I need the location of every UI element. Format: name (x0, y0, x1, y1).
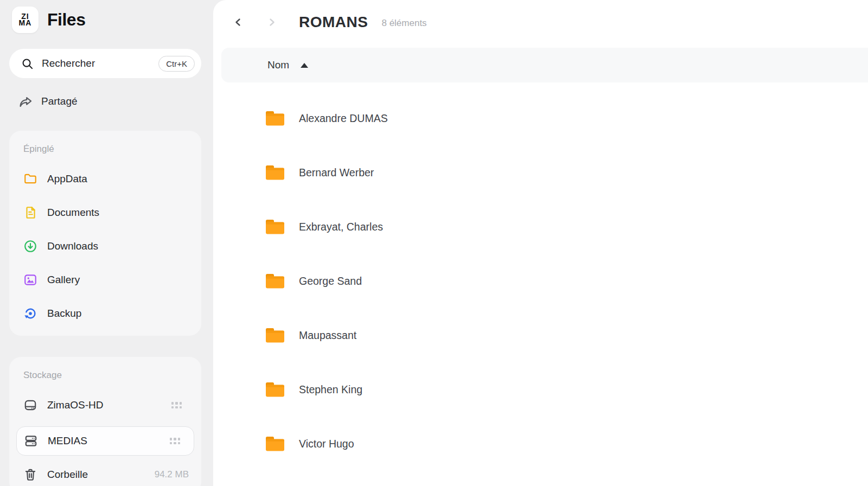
pinned-section: Épinglé AppData Documents (9, 131, 201, 336)
storage-item-label: MEDIAS (48, 435, 87, 447)
folder-name: Stephen King (299, 383, 362, 396)
folder-row[interactable]: Exbrayat, Charles (213, 200, 868, 254)
main-panel: ROMANS 8 éléments Nom Alexandre DUMAS (213, 0, 868, 486)
storage-item-trash[interactable]: Corbeille 94.2 MB (9, 459, 201, 486)
storage-item-label: Corbeille (47, 469, 88, 481)
sidebar-item-documents[interactable]: Documents (9, 196, 201, 229)
storage-item-label: ZimaOS-HD (47, 399, 103, 411)
app-title: Files (47, 10, 85, 30)
column-header-label: Nom (267, 59, 289, 71)
folder-name: Exbrayat, Charles (299, 221, 383, 233)
chevron-right-icon (267, 17, 277, 27)
chevron-left-icon (233, 17, 243, 27)
folder-icon (265, 218, 285, 235)
storage-section: Stockage ZimaOS-HD MEDIAS (9, 357, 201, 486)
folder-name: Bernard Werber (299, 167, 374, 179)
image-icon (23, 273, 37, 287)
column-header-name[interactable]: Nom (221, 48, 868, 82)
folder-row[interactable]: George Sand (213, 254, 868, 308)
drive-options-grid-icon[interactable] (171, 402, 182, 408)
folder-name: Alexandre DUMAS (299, 112, 388, 125)
download-circle-icon (23, 239, 37, 253)
search-placeholder: Rechercher (42, 57, 158, 69)
sidebar-item-gallery[interactable]: Gallery (9, 263, 201, 297)
pinned-section-label: Épinglé (9, 139, 201, 159)
folder-list: Alexandre DUMAS Bernard Werber Exbrayat,… (213, 91, 868, 471)
zimaos-files-app: { "app": { "logo_top": "ZI", "logo_botto… (0, 0, 868, 486)
restore-icon (23, 306, 37, 321)
pinned-list: AppData Documents Downloads (9, 162, 201, 330)
folder-row[interactable]: Alexandre DUMAS (213, 91, 868, 145)
trash-size-value: 94.2 MB (155, 469, 189, 480)
storage-section-label: Stockage (9, 366, 201, 385)
folder-icon (265, 164, 285, 181)
forward-button[interactable] (266, 17, 277, 28)
folder-row[interactable]: Victor Hugo (213, 417, 868, 471)
zima-logo[interactable]: ZI MA (12, 7, 39, 33)
page-title: ROMANS (299, 14, 368, 31)
folder-icon (265, 327, 285, 344)
sidebar: ZI MA Files Rechercher Ctr+K Partagé Épi… (0, 0, 213, 486)
document-icon (23, 206, 37, 220)
breadcrumb: ROMANS 8 éléments (233, 11, 427, 34)
drive-options-grid-icon[interactable] (170, 438, 181, 444)
hard-drive-icon (23, 398, 37, 412)
sort-ascending-icon (301, 63, 308, 68)
folder-name: Victor Hugo (299, 438, 354, 450)
storage-item-medias[interactable]: MEDIAS (16, 426, 194, 456)
sidebar-item-label: Partagé (41, 95, 78, 107)
folder-name: Maupassant (299, 329, 356, 342)
back-button[interactable] (233, 17, 244, 28)
sidebar-item-label: Backup (47, 308, 81, 319)
folder-name: George Sand (299, 275, 362, 287)
folder-icon (265, 110, 285, 127)
item-count: 8 éléments (381, 16, 426, 29)
folder-row[interactable]: Bernard Werber (213, 145, 868, 200)
nas-drives-icon (24, 434, 38, 448)
folder-icon (265, 435, 285, 452)
sidebar-item-label: Downloads (47, 240, 98, 252)
folder-icon (265, 381, 285, 398)
sidebar-item-appdata[interactable]: AppData (9, 162, 201, 196)
storage-item-zimaos-hd[interactable]: ZimaOS-HD (9, 389, 201, 421)
sidebar-item-backup[interactable]: Backup (9, 297, 201, 330)
trash-icon (23, 468, 37, 482)
folder-row[interactable]: Maupassant (213, 308, 868, 362)
share-icon (18, 94, 33, 109)
search-icon (21, 57, 34, 70)
search-shortcut-badge: Ctr+K (158, 56, 195, 72)
search-input[interactable]: Rechercher Ctr+K (9, 49, 201, 78)
sidebar-item-label: Gallery (47, 274, 80, 286)
sidebar-item-shared[interactable]: Partagé (9, 90, 201, 113)
folder-icon (265, 272, 285, 290)
folder-row[interactable]: Stephen King (213, 362, 868, 417)
sidebar-item-downloads[interactable]: Downloads (9, 229, 201, 263)
app-header: ZI MA Files (12, 6, 85, 33)
sidebar-item-label: Documents (47, 207, 99, 219)
folder-icon (23, 172, 37, 186)
sidebar-item-label: AppData (47, 173, 87, 185)
zima-logo-text-bottom: MA (19, 20, 32, 26)
